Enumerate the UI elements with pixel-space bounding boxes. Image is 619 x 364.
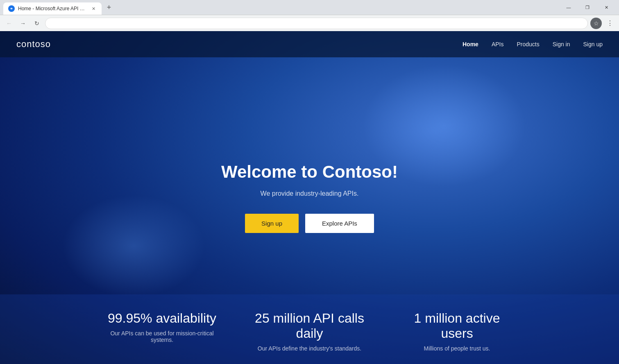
refresh-button[interactable]: ↻ [31, 18, 43, 29]
browser-chrome: Home - Microsoft Azure API Mar... ✕ + — … [0, 0, 619, 31]
forward-icon: → [20, 20, 26, 27]
close-button[interactable]: ✕ [597, 1, 616, 14]
nav-link-home[interactable]: Home [463, 41, 478, 47]
site-logo: contoso [16, 39, 51, 50]
hero-content: Welcome to Contoso! We provide industry-… [213, 162, 406, 233]
browser-toolbar: ← → ↻ ☆ ⋮ [0, 15, 619, 31]
nav-link-apis[interactable]: APIs [492, 41, 504, 47]
new-tab-button[interactable]: + [103, 2, 115, 13]
refresh-icon: ↻ [34, 20, 39, 27]
stat-api-calls-number: 25 million API calls daily [252, 311, 367, 341]
site-navigation: contoso Home APIs Products Sign in Sign … [0, 31, 619, 57]
back-button[interactable]: ← [3, 18, 15, 29]
hero-subtitle: We provide industry-leading APIs. [221, 190, 398, 197]
tab-title: Home - Microsoft Azure API Mar... [18, 6, 87, 11]
stat-availability-number: 99.95% availability [105, 311, 220, 326]
stat-api-calls-desc: Our APIs define the industry's standards… [252, 345, 367, 352]
stat-users-number: 1 million active users [400, 311, 515, 341]
nav-link-signin[interactable]: Sign in [553, 41, 570, 47]
address-bar[interactable] [45, 18, 588, 29]
hero-section: Welcome to Contoso! We provide industry-… [0, 31, 619, 364]
browser-title-bar: Home - Microsoft Azure API Mar... ✕ + — … [0, 0, 619, 15]
nav-link-products[interactable]: Products [517, 41, 539, 47]
tab-favicon [8, 5, 15, 12]
nav-link-signup[interactable]: Sign up [583, 41, 603, 47]
tab-close-button[interactable]: ✕ [90, 5, 97, 12]
explore-apis-button[interactable]: Explore APIs [305, 214, 374, 233]
minimize-button[interactable]: — [559, 1, 578, 14]
profile-button[interactable]: ☆ [590, 18, 602, 29]
hero-title: Welcome to Contoso! [221, 162, 398, 182]
website-content: contoso Home APIs Products Sign in Sign … [0, 31, 619, 364]
back-icon: ← [6, 20, 12, 27]
profile-icon: ☆ [594, 20, 599, 27]
browser-tab[interactable]: Home - Microsoft Azure API Mar... ✕ [3, 2, 102, 15]
restore-button[interactable]: ❐ [578, 1, 597, 14]
stat-users: 1 million active users Millions of peopl… [383, 311, 531, 352]
window-controls: — ❐ ✕ [559, 1, 616, 14]
stat-availability: 99.95% availability Our APIs can be used… [88, 311, 236, 352]
stats-section: 99.95% availability Our APIs can be used… [0, 294, 619, 364]
stat-api-calls: 25 million API calls daily Our APIs defi… [236, 311, 383, 352]
stat-availability-desc: Our APIs can be used for mission-critica… [105, 330, 220, 343]
stat-users-desc: Millions of people trust us. [400, 345, 515, 352]
nav-links: Home APIs Products Sign in Sign up [463, 41, 603, 47]
hero-buttons: Sign up Explore APIs [221, 214, 398, 233]
browser-menu-button[interactable]: ⋮ [604, 18, 616, 29]
signup-button[interactable]: Sign up [245, 214, 299, 233]
menu-icon: ⋮ [607, 19, 613, 27]
forward-button[interactable]: → [17, 18, 29, 29]
